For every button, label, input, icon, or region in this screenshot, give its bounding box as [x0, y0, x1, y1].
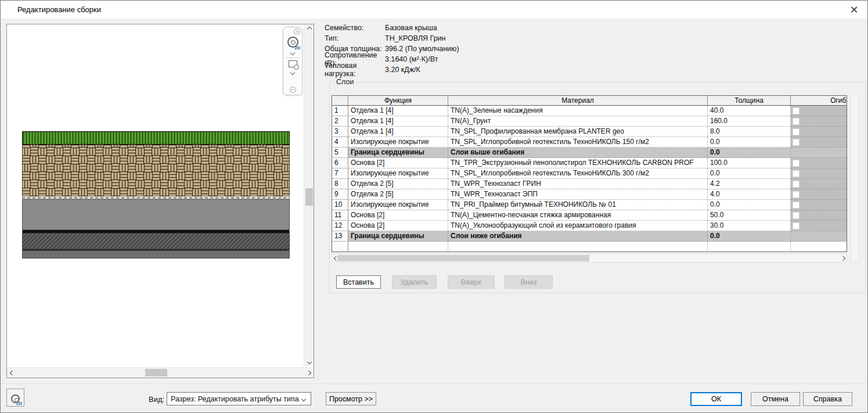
view-select-value: Разрез: Редактировать атрибуты типа: [171, 395, 299, 403]
wraps-checkbox[interactable]: [793, 212, 799, 219]
wraps-cell: [791, 200, 847, 210]
material-cell[interactable]: TN(A)_Зеленые насаждения: [448, 106, 708, 116]
function-cell[interactable]: Основа [2]: [348, 158, 448, 168]
wraps-checkbox[interactable]: [793, 128, 799, 135]
preview-hscroll-thumb[interactable]: [145, 369, 167, 376]
function-cell[interactable]: Изолирующее покрытие: [348, 168, 448, 179]
table-hscroll-thumb[interactable]: [337, 255, 589, 261]
wraps-checkbox[interactable]: [793, 139, 799, 146]
row-number-cell[interactable]: 4: [332, 137, 348, 148]
function-cell[interactable]: Изолирующее покрытие: [348, 200, 448, 210]
thickness-cell[interactable]: 4.0: [708, 189, 791, 200]
zoom-region-icon[interactable]: [289, 60, 297, 67]
table-vscrollbar[interactable]: [851, 95, 859, 263]
nav-collapse-icon[interactable]: –: [290, 87, 296, 93]
table-hscrollbar[interactable]: [332, 254, 847, 263]
row-number-cell[interactable]: 6: [332, 158, 348, 168]
wheel-dropdown-arrow-icon[interactable]: [290, 51, 295, 55]
thickness-cell[interactable]: 0.0: [708, 137, 791, 148]
header-material: Материал: [448, 96, 708, 105]
up-button[interactable]: Вверх: [448, 275, 495, 289]
nav-close-icon[interactable]: ×: [294, 28, 300, 35]
row-number-cell[interactable]: 3: [332, 127, 348, 137]
row-number-cell[interactable]: 2: [332, 116, 348, 127]
thickness-cell[interactable]: 160.0: [708, 116, 791, 127]
info-value: 3.20 кДж/К: [385, 66, 420, 74]
row-number-cell[interactable]: 12: [332, 221, 348, 231]
wraps-checkbox[interactable]: [793, 202, 799, 209]
material-cell[interactable]: TN_SPL_Профилированная мембрана PLANTER …: [448, 127, 708, 137]
material-cell[interactable]: TN_WPR_Техноэласт ГРИН: [448, 179, 708, 189]
thickness-cell[interactable]: 0.0: [708, 200, 791, 210]
material-cell[interactable]: TN_TPR_Экструзионный пенополистирол ТЕХН…: [448, 158, 708, 168]
thickness-cell[interactable]: 0.0: [708, 168, 791, 179]
thickness-cell: 0.0: [708, 231, 791, 242]
material-cell[interactable]: TN_SPL_Иглопробивной геотекстиль ТехноНИ…: [448, 168, 708, 179]
thickness-cell[interactable]: 40.0: [708, 106, 791, 116]
wraps-cell: [791, 231, 847, 242]
thickness-cell[interactable]: 8.0: [708, 127, 791, 137]
steering-wheel-2d-icon[interactable]: 2D: [287, 37, 298, 48]
wraps-checkbox[interactable]: [793, 107, 799, 114]
row-number-cell[interactable]: 9: [332, 189, 348, 200]
material-cell[interactable]: TN(A)_Цементно-песчаная стяжка армирован…: [448, 210, 708, 221]
scroll-down-icon[interactable]: [304, 357, 314, 366]
preview-vscrollbar[interactable]: [304, 24, 314, 366]
info-row: Тип:ТН_КРОВЛЯ Грин: [325, 33, 459, 44]
footer-steering-wheel-2d-button[interactable]: 2D: [6, 389, 24, 407]
function-cell[interactable]: Изолирующее покрытие: [348, 137, 448, 148]
thickness-cell[interactable]: 30.0: [708, 221, 791, 231]
row-number-cell[interactable]: 8: [332, 179, 348, 189]
row-number-cell[interactable]: 10: [332, 200, 348, 210]
scroll-left-icon[interactable]: [7, 368, 17, 377]
cancel-button[interactable]: Отмена: [751, 392, 800, 406]
row-number-cell[interactable]: 7: [332, 168, 348, 179]
thickness-cell[interactable]: 4.2: [708, 179, 791, 189]
thickness-cell[interactable]: 100.0: [708, 158, 791, 168]
row-number-cell[interactable]: 13: [332, 231, 348, 242]
thickness-cell[interactable]: 50.0: [708, 210, 791, 221]
function-cell[interactable]: Отделка 1 [4]: [348, 116, 448, 127]
table-scroll-right-icon[interactable]: [838, 254, 848, 263]
wraps-checkbox[interactable]: [793, 181, 799, 188]
row-number-cell[interactable]: 1: [332, 106, 348, 116]
material-cell[interactable]: TN(A)_Уклонообразующий слой из керамзито…: [448, 221, 708, 231]
wraps-cell: [791, 137, 847, 148]
preview-vscroll-thumb[interactable]: [305, 188, 313, 206]
material-cell[interactable]: TN(A)_Грунт: [448, 116, 708, 127]
insert-button[interactable]: Вставить: [336, 275, 381, 289]
scroll-up-icon[interactable]: [304, 24, 314, 33]
help-button[interactable]: Справка: [803, 392, 852, 406]
function-cell[interactable]: Отделка 2 [5]: [348, 179, 448, 189]
row-number-cell[interactable]: 11: [332, 210, 348, 221]
function-cell[interactable]: Основа [2]: [348, 210, 448, 221]
material-cell[interactable]: TN_WPR_Техноэласт ЭПП: [448, 189, 708, 200]
wraps-checkbox[interactable]: [793, 118, 799, 125]
function-cell[interactable]: Отделка 1 [4]: [348, 106, 448, 116]
view-select[interactable]: Разрез: Редактировать атрибуты типа: [167, 392, 311, 405]
ok-button[interactable]: ОК: [690, 392, 742, 406]
row-number-cell[interactable]: 5: [332, 148, 348, 158]
function-cell[interactable]: Отделка 1 [4]: [348, 127, 448, 137]
function-cell[interactable]: Отделка 2 [5]: [348, 189, 448, 200]
row-number-cell[interactable]: [332, 242, 348, 252]
preview-hscrollbar[interactable]: [7, 367, 314, 378]
scroll-right-icon[interactable]: [304, 368, 314, 377]
roof-section-preview: [22, 131, 290, 259]
down-button[interactable]: Вниз: [505, 275, 553, 289]
info-label: Семейство:: [325, 24, 385, 32]
close-icon[interactable]: ✕: [847, 2, 862, 17]
wraps-cell: [791, 148, 847, 158]
layers-group-label: Слои: [334, 78, 356, 86]
function-cell[interactable]: Основа [2]: [348, 221, 448, 231]
wraps-checkbox[interactable]: [793, 191, 799, 198]
delete-button[interactable]: Удалить: [392, 275, 437, 289]
preview-toggle-button[interactable]: Просмотр >>: [326, 392, 376, 405]
info-label: Тепловая нагрузка:: [325, 62, 385, 78]
material-cell[interactable]: TN_SPL_Иглопробивной геотекстиль ТехноНИ…: [448, 137, 708, 148]
wraps-checkbox[interactable]: [793, 222, 799, 229]
wraps-checkbox[interactable]: [793, 170, 799, 177]
material-cell[interactable]: TN_PRI_Праймер битумный ТЕХНОНИКОЛЬ № 01: [448, 200, 708, 210]
zoom-dropdown-arrow-icon[interactable]: [290, 70, 295, 75]
wraps-checkbox[interactable]: [793, 160, 799, 167]
